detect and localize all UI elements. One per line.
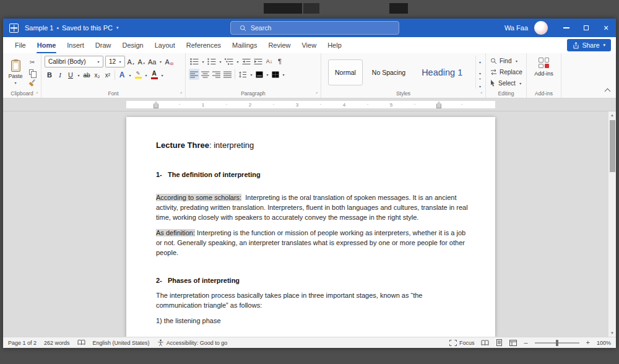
copy-button[interactable] — [27, 67, 38, 77]
doc-paragraph-2[interactable]: As definition: Interpreting is the funct… — [156, 228, 469, 258]
tab-review[interactable]: Review — [262, 37, 296, 53]
style-no-spacing[interactable]: No Spacing — [365, 59, 412, 85]
doc-paragraph-1[interactable]: According to some scholars: Interpreting… — [156, 193, 469, 223]
ruler[interactable]: 1 2 3 4 5 6 — [3, 98, 616, 111]
word-app-icon[interactable] — [9, 24, 19, 33]
tab-design[interactable]: Design — [116, 37, 149, 53]
document-page[interactable]: Lecture Three: interpreting 1- The defin… — [126, 117, 495, 337]
borders-button[interactable] — [271, 69, 280, 80]
document-title[interactable]: Sample 1 — [25, 24, 53, 32]
tab-references[interactable]: References — [181, 37, 227, 53]
addins-button-label[interactable]: Add-ins — [534, 71, 553, 77]
tab-view[interactable]: View — [296, 37, 322, 53]
align-right-button[interactable] — [211, 69, 222, 80]
highlighted-text: As definition: — [156, 229, 195, 236]
cut-button[interactable]: ✂ — [27, 57, 38, 67]
tab-insert[interactable]: Insert — [61, 37, 90, 53]
share-button[interactable]: Share — [567, 39, 611, 51]
format-painter-button[interactable] — [27, 78, 38, 88]
divider — [235, 69, 235, 79]
doc-paragraph-4[interactable]: 1) the listening phase — [156, 316, 469, 326]
tab-help[interactable]: Help — [322, 37, 347, 53]
page-indicator[interactable]: Page 1 of 2 — [8, 340, 37, 346]
style-heading-1[interactable]: Heading 1 — [415, 59, 469, 85]
increase-indent-button[interactable] — [253, 56, 264, 67]
styles-dialog-launcher-icon[interactable] — [478, 91, 484, 97]
sort-button[interactable]: A↓ — [264, 56, 274, 67]
avatar[interactable] — [534, 21, 548, 35]
find-button[interactable]: Find — [490, 57, 523, 66]
style-normal[interactable]: Normal — [328, 59, 363, 85]
superscript-button[interactable]: x² — [103, 69, 113, 80]
scroll-up-icon[interactable] — [610, 111, 614, 119]
bold-button[interactable]: B — [45, 69, 54, 80]
gallery-expand-icon[interactable] — [479, 79, 481, 90]
font-color-button[interactable]: A — [149, 69, 159, 80]
align-center-button[interactable] — [200, 69, 210, 80]
font-dialog-launcher-icon[interactable] — [178, 91, 184, 97]
tab-layout[interactable]: Layout — [149, 37, 181, 53]
minimize-button[interactable] — [556, 19, 576, 37]
font-family-select[interactable]: Calibri (Body) — [45, 56, 103, 67]
proofing-icon[interactable] — [77, 339, 85, 346]
doc-title-bold: Lecture Three — [156, 141, 209, 150]
print-layout-button[interactable] — [496, 339, 503, 346]
doc-heading-2[interactable]: 2- Phases of interpreting — [156, 277, 469, 284]
bullets-button[interactable] — [189, 56, 200, 67]
close-button[interactable] — [596, 19, 616, 37]
highlight-color-button[interactable]: ✎ — [133, 69, 143, 80]
addins-icon[interactable] — [539, 58, 549, 68]
search-box[interactable]: Search — [230, 21, 399, 35]
change-case-button[interactable]: Aa — [147, 56, 157, 67]
doc-paragraph-3[interactable]: The interpretation process basically tak… — [156, 291, 469, 311]
scroll-down-icon[interactable] — [610, 329, 614, 337]
read-mode-button[interactable] — [481, 340, 489, 346]
replace-button[interactable]: Replace — [490, 68, 523, 77]
font-size-select[interactable]: 12 — [105, 56, 125, 67]
web-layout-button[interactable] — [509, 340, 517, 346]
align-left-button[interactable] — [189, 69, 199, 80]
strikethrough-button[interactable]: ab — [82, 69, 92, 80]
shrink-font-button[interactable]: A — [136, 56, 146, 67]
tab-file[interactable]: File — [9, 37, 32, 53]
shading-button[interactable] — [254, 69, 264, 80]
justify-button[interactable] — [222, 69, 233, 80]
zoom-out-button[interactable]: – — [524, 339, 527, 346]
paragraph-dialog-launcher-icon[interactable] — [314, 91, 319, 97]
gallery-down-icon[interactable] — [479, 67, 481, 77]
zoom-slider[interactable] — [535, 342, 579, 344]
select-button[interactable]: Select — [490, 79, 523, 88]
clear-formatting-button[interactable]: A — [163, 56, 174, 67]
zoom-in-button[interactable]: + — [586, 339, 590, 346]
vertical-scrollbar[interactable] — [608, 111, 616, 337]
clipboard-dialog-launcher-icon[interactable] — [34, 91, 40, 97]
save-status[interactable]: Saved to this PC — [62, 24, 113, 32]
doc-title[interactable]: Lecture Three: interpreting — [156, 141, 469, 150]
decrease-indent-button[interactable] — [241, 56, 252, 67]
restore-button[interactable] — [576, 19, 596, 37]
line-spacing-button[interactable] — [237, 69, 248, 80]
underline-button[interactable]: U — [66, 69, 76, 80]
chevron-down-icon[interactable] — [116, 25, 119, 30]
tab-mailings[interactable]: Mailings — [227, 37, 262, 53]
subscript-button[interactable]: x₂ — [92, 69, 102, 80]
accessibility-status[interactable]: Accessibility: Good to go — [157, 339, 228, 346]
user-name[interactable]: Wa Faa — [504, 24, 528, 32]
paste-button[interactable]: Paste — [6, 56, 25, 89]
zoom-level[interactable]: 100% — [597, 340, 611, 346]
scrollbar-thumb[interactable] — [610, 120, 615, 172]
multilevel-list-button[interactable] — [223, 56, 235, 67]
grow-font-button[interactable]: A — [126, 56, 136, 67]
doc-heading-1[interactable]: 1- The definition of interpreting — [156, 171, 469, 178]
zoom-slider-thumb[interactable] — [556, 340, 558, 346]
tab-home[interactable]: Home — [32, 37, 62, 53]
gallery-up-icon[interactable] — [479, 55, 481, 65]
italic-button[interactable]: I — [55, 69, 65, 80]
numbering-button[interactable] — [206, 56, 217, 67]
word-count[interactable]: 262 words — [44, 340, 70, 346]
focus-button[interactable]: Focus — [449, 340, 475, 346]
show-formatting-marks-button[interactable]: ¶ — [275, 56, 285, 67]
text-effects-button[interactable]: A — [117, 69, 127, 80]
tab-draw[interactable]: Draw — [90, 37, 117, 53]
language-indicator[interactable]: English (United States) — [93, 340, 150, 346]
